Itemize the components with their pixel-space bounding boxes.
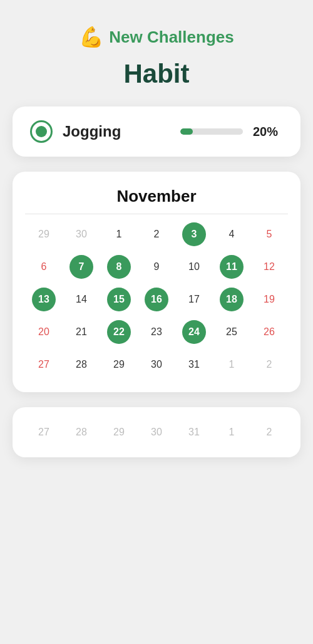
calendar-day[interactable]: 11	[220, 255, 244, 279]
calendar-peek-cell-wrap: 29	[100, 417, 138, 447]
calendar-cell-wrap: 29	[100, 350, 138, 380]
calendar-cell-wrap: 21	[63, 317, 100, 347]
calendar-cell-wrap: 9	[138, 252, 175, 282]
calendar-cell-wrap: 3	[175, 219, 213, 249]
calendar-cell-wrap: 8	[100, 252, 138, 282]
calendar-day[interactable]: 7	[69, 255, 93, 279]
calendar-cell-wrap: 27	[25, 350, 63, 380]
calendar-peek-day[interactable]: 27	[38, 418, 49, 446]
calendar-day[interactable]: 27	[38, 351, 49, 378]
calendar-peek-day[interactable]: 31	[188, 418, 200, 446]
calendar-day[interactable]: 10	[188, 253, 200, 281]
calendar-day[interactable]: 2	[267, 351, 272, 378]
progress-bar-fill	[180, 128, 193, 135]
calendar-day[interactable]: 12	[264, 253, 275, 281]
calendar-cell-wrap: 28	[63, 350, 100, 380]
calendar-peek-day[interactable]: 2	[267, 418, 272, 446]
calendar-day[interactable]: 4	[229, 221, 235, 248]
calendar-peek-cell-wrap: 1	[213, 417, 250, 447]
calendar-cell-wrap: 17	[175, 284, 213, 314]
calendar-peek-grid: 272829303112	[25, 417, 288, 447]
calendar-day[interactable]: 31	[188, 351, 200, 378]
calendar-peek-day[interactable]: 29	[113, 418, 125, 446]
calendar-cell-wrap: 10	[175, 252, 213, 282]
calendar-day[interactable]: 29	[113, 351, 125, 378]
calendar-peek-cell-wrap: 2	[250, 417, 288, 447]
calendar-cell-wrap: 31	[175, 350, 213, 380]
calendar-divider	[25, 214, 288, 214]
calendar-cell-wrap: 19	[250, 284, 288, 314]
calendar-day[interactable]: 20	[38, 318, 49, 346]
calendar-day[interactable]: 13	[32, 288, 56, 311]
calendar-month: November	[25, 187, 288, 206]
calendar-cell-wrap: 7	[63, 252, 100, 282]
calendar-day[interactable]: 24	[182, 320, 206, 344]
page-title: Habit	[124, 59, 190, 89]
calendar-day[interactable]: 23	[151, 318, 162, 346]
calendar-day[interactable]: 2	[154, 221, 160, 248]
calendar-cell-wrap: 18	[213, 284, 250, 314]
calendar-day[interactable]: 29	[38, 221, 49, 248]
calendar-day[interactable]: 15	[107, 288, 131, 311]
calendar-day[interactable]: 9	[154, 253, 160, 281]
calendar-day[interactable]: 30	[151, 351, 162, 378]
header: 💪 New Challenges	[79, 25, 233, 49]
calendar-cell-wrap: 20	[25, 317, 63, 347]
calendar-peek-cell-wrap: 30	[138, 417, 175, 447]
calendar-cell-wrap: 2	[250, 350, 288, 380]
calendar-day[interactable]: 5	[267, 221, 272, 248]
habit-radio-inner	[36, 126, 47, 137]
calendar-day[interactable]: 28	[76, 351, 87, 378]
calendar-day[interactable]: 26	[264, 318, 275, 346]
calendar-day[interactable]: 21	[76, 318, 87, 346]
calendar-day[interactable]: 14	[76, 286, 87, 313]
calendar-peek-cell-wrap: 31	[175, 417, 213, 447]
habit-name: Jogging	[63, 123, 170, 140]
calendar-peek-card: 272829303112	[13, 407, 300, 457]
calendar-peek-day[interactable]: 30	[151, 418, 162, 446]
habit-card[interactable]: Jogging 20%	[13, 106, 300, 157]
calendar-cell-wrap: 5	[250, 219, 288, 249]
progress-bar-container	[180, 128, 243, 135]
calendar-cell-wrap: 16	[138, 284, 175, 314]
calendar-cell-wrap: 22	[100, 317, 138, 347]
calendar-cell-wrap: 2	[138, 219, 175, 249]
muscle-icon: 💪	[79, 25, 104, 49]
calendar-day[interactable]: 6	[41, 253, 47, 281]
calendar-day[interactable]: 17	[188, 286, 200, 313]
calendar-peek-cell-wrap: 27	[25, 417, 63, 447]
calendar-cell-wrap: 29	[25, 219, 63, 249]
calendar-cell-wrap: 26	[250, 317, 288, 347]
habit-radio[interactable]	[30, 120, 53, 143]
calendar-peek-day[interactable]: 28	[76, 418, 87, 446]
calendar-cell-wrap: 1	[100, 219, 138, 249]
calendar-cell-wrap: 30	[63, 219, 100, 249]
calendar-day[interactable]: 19	[264, 286, 275, 313]
calendar-day[interactable]: 30	[76, 221, 87, 248]
calendar-day[interactable]: 8	[107, 255, 131, 279]
habit-percent: 20%	[253, 125, 283, 139]
calendar-cell-wrap: 15	[100, 284, 138, 314]
calendar-peek-cell-wrap: 28	[63, 417, 100, 447]
calendar-cell-wrap: 6	[25, 252, 63, 282]
header-title: New Challenges	[109, 28, 233, 47]
calendar-card: November 2930123456789101112131415161718…	[13, 172, 300, 392]
calendar-day[interactable]: 3	[182, 222, 206, 246]
calendar-cell-wrap: 1	[213, 350, 250, 380]
calendar-day[interactable]: 16	[145, 288, 168, 311]
calendar-cell-wrap: 25	[213, 317, 250, 347]
calendar-cell-wrap: 11	[213, 252, 250, 282]
calendar-cell-wrap: 13	[25, 284, 63, 314]
calendar-day[interactable]: 1	[116, 221, 122, 248]
calendar-day[interactable]: 25	[226, 318, 237, 346]
calendar-peek-day[interactable]: 1	[229, 418, 235, 446]
calendar-cell-wrap: 14	[63, 284, 100, 314]
calendar-grid: 2930123456789101112131415161718192021222…	[25, 219, 288, 380]
calendar-cell-wrap: 30	[138, 350, 175, 380]
calendar-day[interactable]: 1	[229, 351, 235, 378]
calendar-cell-wrap: 24	[175, 317, 213, 347]
calendar-cell-wrap: 4	[213, 219, 250, 249]
calendar-day[interactable]: 18	[220, 288, 244, 311]
calendar-cell-wrap: 23	[138, 317, 175, 347]
calendar-day[interactable]: 22	[107, 320, 131, 344]
